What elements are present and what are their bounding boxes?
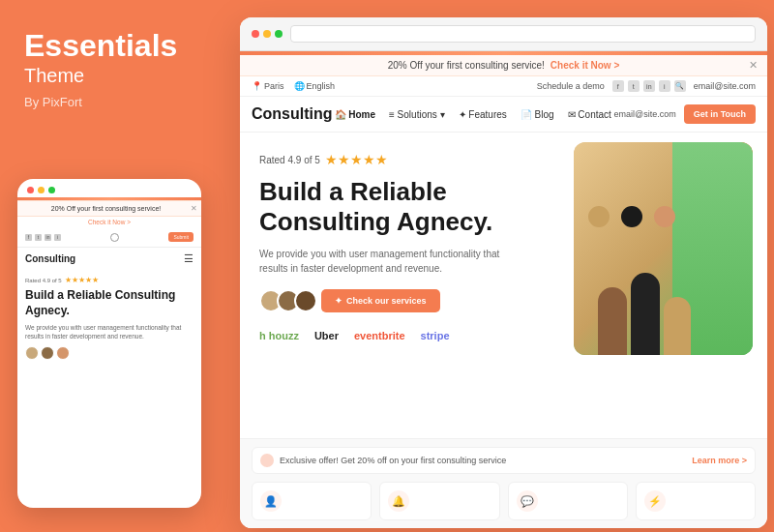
mobile-dot-yellow: [38, 187, 45, 193]
service-icon-3: 💬: [517, 490, 538, 512]
notif-close-icon[interactable]: ✕: [749, 59, 758, 72]
mobile-rating: Rated 4.9 of 5 ★★★★★: [25, 276, 194, 284]
learn-more-link[interactable]: Learn more >: [692, 456, 747, 465]
brand-houzz: h houzz: [259, 330, 299, 341]
get-touch-button[interactable]: Get in Touch: [684, 104, 756, 124]
hero-title-line2: Consulting Agnecy.: [259, 207, 492, 236]
service-card-4: ⚡: [636, 482, 756, 520]
service-card-2: 🔔: [379, 482, 499, 520]
mobile-dot-red: [27, 187, 34, 193]
check-services-button[interactable]: ✦ Check our services: [321, 289, 440, 312]
nav-link-features[interactable]: ✦ Features: [459, 109, 507, 120]
search-icon[interactable]: 🔍: [674, 80, 686, 92]
location-item: 📍 Paris: [252, 81, 284, 91]
language-text: English: [307, 81, 336, 91]
rating-text: Rated 4.9 of 5: [259, 155, 320, 165]
mobile-submit-button[interactable]: Submit: [168, 232, 194, 242]
instagram-icon[interactable]: i: [659, 80, 670, 92]
brand-uber: Uber: [314, 330, 339, 341]
browser-url-bar: [290, 25, 756, 43]
mobile-hero-desc: We provide you with user management func…: [25, 323, 194, 340]
hero-title-line1: Build a Reliable: [259, 177, 447, 206]
nav-link-contact[interactable]: ✉ Contact: [568, 109, 611, 120]
location-left: 📍 Paris 🌐 English: [252, 81, 335, 91]
service-card-1: 👤: [252, 482, 372, 520]
nav-brand: Consulting: [252, 105, 333, 123]
lightning-icon: ⚡: [648, 495, 662, 508]
twitter-icon[interactable]: t: [628, 80, 640, 92]
mobile-twitter-icon: t: [35, 234, 42, 241]
location-bar: 📍 Paris 🌐 English Schedule a demo f t in…: [240, 76, 767, 97]
houzz-icon: h: [259, 330, 266, 341]
hero-right: [574, 133, 767, 438]
browser-dot-red: [252, 30, 259, 38]
service-card-3: 💬: [508, 482, 628, 520]
head-3: [654, 206, 675, 227]
hero-stars: ★★★★★: [325, 152, 388, 167]
mobile-linkedin-icon: in: [45, 234, 51, 241]
notification-bar: 20% Off your first consulting service! C…: [240, 55, 767, 76]
mobile-avatar-2: [41, 346, 54, 360]
browser-chrome: [240, 17, 767, 51]
hero-section: Rated 4.9 of 5 ★★★★★ Build a Reliable Co…: [240, 133, 767, 438]
nav-link-solutions[interactable]: ≡ Solutions ▾: [389, 109, 445, 120]
mobile-content: Rated 4.9 of 5 ★★★★★ Build a Reliable Co…: [17, 270, 201, 508]
mobile-hero-title: Build a Reliable Consulting Agnecy.: [25, 288, 194, 318]
hero-avatar-3: [294, 289, 317, 312]
nav-link-home[interactable]: 🏠 Home: [335, 109, 375, 120]
nav-right: email@site.com Get in Touch: [613, 104, 756, 124]
mobile-close-icon[interactable]: ✕: [191, 204, 197, 213]
desktop-mockup: 20% Off your first consulting service! C…: [240, 17, 767, 528]
nav-link-blog[interactable]: 📄 Blog: [521, 109, 554, 120]
main-nav: Consulting 🏠 Home ≡ Solutions ▾ ✦ Featur…: [240, 97, 767, 133]
mobile-facebook-icon: f: [25, 234, 32, 241]
head-1: [588, 206, 610, 227]
hero-avatars: [259, 289, 312, 312]
notif-text: 20% Off your first consulting service!: [388, 60, 545, 71]
service-icon-1: 👤: [260, 490, 282, 512]
bell-icon: 🔔: [392, 495, 405, 508]
exclusive-offer-bar: Exclusive offer! Get 20% off on your fir…: [252, 447, 756, 474]
person-silhouette-3: [664, 297, 691, 355]
location-pin-icon: 📍: [252, 81, 262, 91]
hero-image: [574, 142, 753, 355]
mobile-dot-green: [48, 187, 55, 193]
mobile-avatar-1: [25, 346, 39, 360]
home-icon: 🏠: [335, 109, 346, 120]
service-icon-4: ⚡: [644, 490, 666, 512]
mobile-social-icons: f t in i: [25, 234, 61, 241]
app-by: By PixFort: [24, 95, 82, 109]
location-text: Paris: [264, 81, 284, 91]
person-silhouette-2: [631, 273, 660, 355]
facebook-icon[interactable]: f: [612, 80, 624, 92]
location-right: Schedule a demo f t in i 🔍 email@site.co…: [537, 80, 756, 92]
social-icons-row: f t in i 🔍: [612, 80, 686, 92]
linkedin-icon[interactable]: in: [643, 80, 655, 92]
mobile-avatar-3: [56, 346, 70, 360]
service-cards-row: 👤 🔔 💬 ⚡: [252, 482, 756, 520]
user-add-icon: 👤: [264, 495, 278, 508]
head-2: [621, 206, 642, 227]
service-icon-2: 🔔: [388, 490, 409, 512]
mobile-brand-bar: Consulting ☰: [17, 248, 201, 270]
mobile-avatars: [25, 346, 194, 360]
mobile-check-button[interactable]: Check it Now >: [17, 217, 201, 227]
mobile-menu-icon[interactable]: ☰: [184, 252, 194, 265]
mobile-search-icon[interactable]: [110, 233, 119, 242]
check-services-label: Check our services: [346, 296, 427, 306]
mobile-instagram-icon: i: [54, 234, 61, 241]
mobile-mockup: 20% Off your first consulting service! ✕…: [17, 179, 201, 508]
mobile-rating-text: Rated 4.9 of 5: [25, 278, 62, 283]
mobile-nav: f t in i Submit: [17, 227, 201, 248]
app-subtitle: Theme: [24, 65, 84, 87]
email-text: email@site.com: [694, 81, 756, 91]
check-services-icon: ✦: [335, 296, 342, 306]
browser-dot-yellow: [263, 30, 271, 38]
schedule-demo-link[interactable]: Schedule a demo: [537, 81, 605, 91]
notif-link[interactable]: Check it Now >: [551, 60, 619, 71]
hero-title: Build a Reliable Consulting Agnecy.: [259, 177, 554, 237]
hero-left: Rated 4.9 of 5 ★★★★★ Build a Reliable Co…: [240, 133, 574, 438]
hero-bottom: ✦ Check our services: [259, 289, 554, 312]
mobile-window-controls: [17, 179, 201, 197]
app-title: Essentials: [24, 29, 177, 63]
